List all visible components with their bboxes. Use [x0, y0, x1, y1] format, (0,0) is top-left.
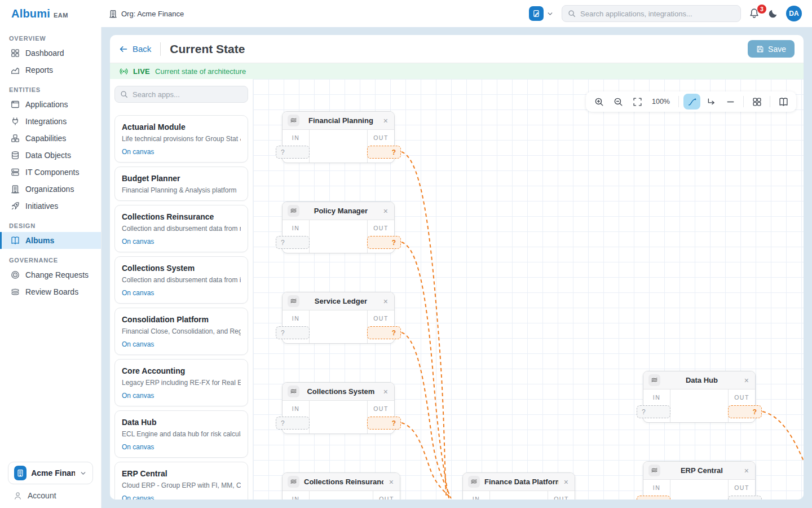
- grid-layout-button[interactable]: [748, 94, 765, 110]
- close-icon[interactable]: ×: [743, 466, 750, 476]
- live-badge: LIVE: [133, 67, 150, 76]
- close-icon[interactable]: ×: [563, 477, 570, 487]
- sidebar-item-applications[interactable]: Applications: [0, 96, 101, 113]
- canvas-node-service-ledger[interactable]: Service Ledger×INOUT??: [282, 292, 395, 344]
- node-header[interactable]: Collections Reinsurance×: [283, 473, 400, 491]
- integration-edge[interactable]: [762, 411, 804, 469]
- app-card-collections-reinsurance[interactable]: Collections ReinsuranceCollection and di…: [114, 205, 248, 252]
- node-header[interactable]: Policy Manager×: [283, 202, 394, 220]
- canvas-node-finance-data-platform[interactable]: Finance Data Platform×INOUT??: [462, 472, 575, 500]
- notifications-button[interactable]: 3: [749, 8, 760, 19]
- node-header[interactable]: Finance Data Platform×: [463, 473, 575, 491]
- app-card-budget-planner[interactable]: Budget PlannerFinancial Planning & Analy…: [114, 167, 248, 201]
- fit-view-button[interactable]: [629, 94, 646, 110]
- chevron-down-icon[interactable]: [546, 10, 554, 17]
- close-icon[interactable]: ×: [382, 296, 389, 306]
- node-out-port[interactable]: ?: [728, 405, 762, 418]
- global-search[interactable]: [562, 5, 741, 22]
- node-out-port[interactable]: ?: [728, 496, 762, 500]
- node-out-port[interactable]: ?: [367, 326, 401, 339]
- elbow-edge-button[interactable]: [703, 94, 720, 110]
- app-card-consolidation-platform[interactable]: Consolidation PlatformFinancial Close, C…: [114, 308, 248, 355]
- apps-search[interactable]: [114, 86, 248, 103]
- node-in-port[interactable]: ?: [637, 405, 670, 418]
- sidebar-item-initiatives[interactable]: Initiatives: [0, 198, 101, 214]
- integration-edge[interactable]: [401, 423, 458, 498]
- canvas-node-financial-planning[interactable]: Financial Planning×INOUT??: [282, 111, 395, 163]
- sidebar-item-label: Applications: [25, 100, 68, 109]
- close-icon[interactable]: ×: [743, 375, 750, 386]
- toolbar-divider: [678, 96, 679, 107]
- app-card-actuarial-module[interactable]: Actuarial ModuleLife technical provision…: [114, 115, 248, 163]
- node-out-port[interactable]: ?: [367, 146, 401, 159]
- map-button[interactable]: [775, 94, 792, 110]
- integration-edge[interactable]: [401, 332, 455, 498]
- close-icon[interactable]: ×: [388, 477, 395, 487]
- chevron-down-icon: [80, 470, 87, 477]
- on-canvas-badge: On canvas: [122, 289, 241, 297]
- app-switcher[interactable]: [529, 6, 554, 21]
- building-icon: [16, 469, 24, 477]
- canvas-node-collections-system[interactable]: Collections System×INOUT??: [282, 382, 395, 434]
- app-card-erp-central[interactable]: ERP CentralCloud ERP - Group ERP with FI…: [114, 462, 248, 500]
- sidebar-item-data-objects[interactable]: Data Objects: [0, 147, 101, 164]
- app-card-collections-system[interactable]: Collections SystemCollection and disburs…: [114, 256, 248, 304]
- node-header[interactable]: Collections System×: [283, 383, 394, 401]
- save-button[interactable]: Save: [748, 40, 795, 58]
- node-type-badge: [648, 465, 660, 476]
- sidebar-section-design: DESIGN: [0, 214, 101, 232]
- node-out-port[interactable]: ?: [367, 417, 401, 430]
- sidebar-item-review-boards[interactable]: Review Boards: [0, 283, 101, 300]
- sidebar-section-entities: ENTITIES: [0, 78, 101, 96]
- org-switcher[interactable]: Acme Finan...: [8, 462, 93, 484]
- node-header[interactable]: Service Ledger×: [283, 292, 394, 310]
- sidebar-item-change-requests[interactable]: Change Requests: [0, 266, 101, 283]
- integration-edge[interactable]: [401, 152, 447, 498]
- sidebar-item-label: Change Requests: [25, 270, 89, 279]
- node-in-port[interactable]: ?: [637, 496, 670, 500]
- canvas-node-erp-central[interactable]: ERP Central×INOUT??: [643, 461, 756, 500]
- node-header[interactable]: Data Hub×: [643, 371, 755, 389]
- applications-icon: [11, 100, 20, 109]
- zoom-out-button[interactable]: [610, 94, 626, 110]
- node-in-port[interactable]: ?: [276, 326, 310, 339]
- node-in-port[interactable]: ?: [276, 417, 310, 430]
- sidebar-item-reports[interactable]: Reports: [0, 62, 101, 78]
- app-card-core-accounting[interactable]: Core AccountingLegacy ERP including RE-F…: [114, 359, 248, 406]
- sidebar-item-it-components[interactable]: IT Components: [0, 164, 101, 181]
- node-out-port[interactable]: ?: [367, 236, 401, 249]
- back-arrow-icon: [119, 45, 128, 54]
- node-in-port[interactable]: ?: [276, 146, 310, 159]
- straight-edge-button[interactable]: [722, 94, 739, 110]
- canvas-node-data-hub[interactable]: Data Hub×INOUT??: [643, 371, 756, 423]
- sidebar-item-albums[interactable]: Albums: [0, 232, 101, 249]
- canvas-node-collections-reinsurance[interactable]: Collections Reinsurance×INOUT??: [282, 472, 400, 500]
- node-header[interactable]: ERP Central×: [643, 462, 755, 480]
- canvas-node-policy-manager[interactable]: Policy Manager×INOUT??: [282, 202, 395, 253]
- curve-edge-button[interactable]: [683, 94, 700, 110]
- sidebar-item-dashboard[interactable]: Dashboard: [0, 45, 101, 62]
- map-icon: [779, 97, 788, 107]
- close-icon[interactable]: ×: [382, 116, 389, 126]
- integration-edge[interactable]: [401, 242, 451, 498]
- close-icon[interactable]: ×: [382, 206, 389, 216]
- stack-icon: [290, 478, 297, 485]
- org-breadcrumb: Org: Acme Finance: [109, 10, 184, 18]
- sidebar-item-capabilities[interactable]: Capabilities: [0, 130, 101, 147]
- app-card-data-hub[interactable]: Data HubECL Engine and data hub for risk…: [114, 410, 248, 458]
- zoom-in-button[interactable]: [590, 94, 607, 110]
- sidebar-item-organizations[interactable]: Organizations: [0, 181, 101, 198]
- dark-mode-toggle[interactable]: [768, 8, 778, 19]
- account-link[interactable]: Account: [8, 484, 93, 500]
- node-in-port[interactable]: ?: [276, 236, 310, 249]
- node-type-badge: [288, 205, 299, 217]
- diagram-canvas[interactable]: 100% Financial Planning×INOUT??Policy Ma…: [253, 79, 804, 500]
- avatar[interactable]: DA: [786, 6, 802, 21]
- app-switcher-icon[interactable]: [529, 6, 544, 21]
- apps-search-input[interactable]: [133, 90, 242, 99]
- sidebar-item-integrations[interactable]: Integrations: [0, 113, 101, 130]
- close-icon[interactable]: ×: [382, 387, 389, 397]
- global-search-input[interactable]: [580, 10, 735, 18]
- back-button[interactable]: Back: [119, 44, 151, 54]
- node-header[interactable]: Financial Planning×: [283, 112, 394, 130]
